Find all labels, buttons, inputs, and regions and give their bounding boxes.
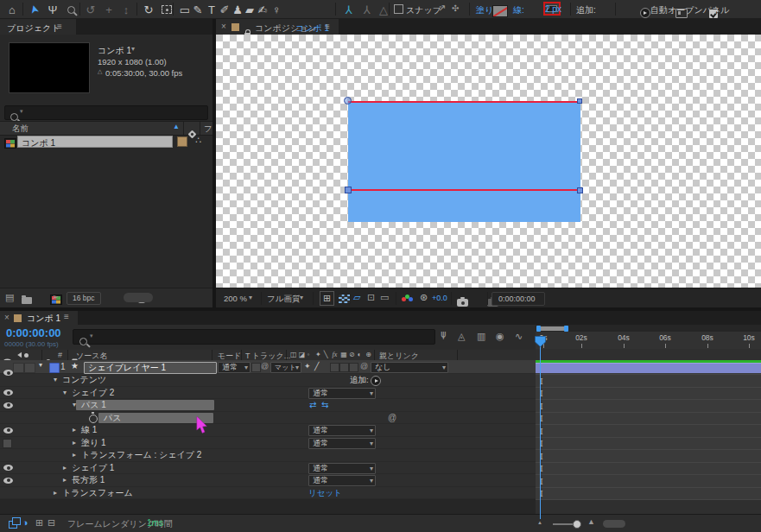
row-expand-arrow[interactable]: ▸ xyxy=(73,424,76,436)
row-expand-arrow[interactable]: ▸ xyxy=(54,487,57,499)
zoom-level-dropdown[interactable]: 200 % xyxy=(224,294,247,303)
timeline-row[interactable]: ▸トランスフォームリセット xyxy=(0,487,536,500)
row-mode-dropdown[interactable]: 通常▾ xyxy=(308,438,376,449)
snap-checkbox[interactable] xyxy=(394,4,403,14)
chevron-down-icon[interactable]: ▾ xyxy=(131,45,135,53)
dolly-camera-tool[interactable]: ↕ xyxy=(119,2,133,17)
timeline-h-scrollbar[interactable] xyxy=(603,520,625,528)
render-time-icon[interactable]: ⊟ xyxy=(48,517,55,529)
collapse-transformations-icon[interactable]: ✦ xyxy=(304,362,311,370)
vertex-handle-circle[interactable] xyxy=(344,97,352,104)
home-tool[interactable]: ⌂ xyxy=(5,2,19,17)
parent-pickwhip-icon[interactable]: @ xyxy=(360,362,368,370)
type-column-header[interactable]: フ xyxy=(204,124,212,135)
gizmo-position-tool[interactable]: ⅄ xyxy=(360,2,374,17)
name-column-header[interactable]: 名前 xyxy=(12,124,29,135)
search-options-caret[interactable]: ▾ xyxy=(90,332,93,339)
composition-tab[interactable]: × コンポジション コンポ 1 ≡ xyxy=(216,19,339,35)
time-navigator[interactable] xyxy=(536,325,761,332)
timeline-tab[interactable]: × コンポ 1 ≡ xyxy=(0,311,78,325)
layer-label-swatch[interactable] xyxy=(49,363,60,373)
item-label-swatch[interactable] xyxy=(177,136,187,147)
exposure-value[interactable]: +0.0 xyxy=(432,294,447,302)
row-video-toggle[interactable] xyxy=(3,465,13,471)
sort-ascending-icon[interactable]: ▲ xyxy=(173,123,180,130)
close-icon[interactable]: × xyxy=(221,22,226,31)
path-stroke-middle[interactable] xyxy=(348,189,580,191)
pen-tool[interactable]: ✎ xyxy=(191,2,205,17)
timeline-row[interactable]: ▸線 1通常▾ xyxy=(0,424,536,437)
add-property-label[interactable]: 追加: xyxy=(350,374,369,386)
path-stroke-top[interactable] xyxy=(348,101,580,103)
grid-options-icon[interactable]: ⊞ xyxy=(320,291,334,306)
rectangle-tool[interactable]: ▭ xyxy=(178,2,192,17)
new-folder-icon[interactable] xyxy=(22,297,32,304)
matte-pickwhip-icon[interactable]: @ xyxy=(261,362,269,370)
mini-flowchart-icon[interactable]: ⋔ xyxy=(439,329,447,341)
type-tool[interactable]: T xyxy=(205,2,219,17)
resolution-dropdown[interactable]: フル画質 xyxy=(267,294,300,305)
render-queue-icon[interactable]: ➢ xyxy=(52,292,59,301)
switch-cell[interactable] xyxy=(349,363,358,372)
project-item-row[interactable]: コンポ 1 ∴ xyxy=(0,135,212,148)
row-expand-arrow[interactable]: ▸ xyxy=(73,437,76,449)
viewer-timecode-box[interactable]: 0:00:00:00 xyxy=(491,292,545,306)
add-property-icon[interactable] xyxy=(371,376,381,386)
region-of-interest-icon[interactable]: ⊡ xyxy=(367,292,375,303)
stroke-label[interactable]: 線: xyxy=(513,4,524,16)
zoom-out-mountain-icon[interactable]: ▲ xyxy=(537,520,542,525)
track-matte-dropdown[interactable]: マット▾ xyxy=(270,362,301,373)
layer-solo-cell[interactable] xyxy=(24,363,35,373)
row-mode-dropdown[interactable]: 通常▾ xyxy=(308,475,376,486)
draft-3d-icon[interactable]: ◬ xyxy=(458,331,465,342)
fill-swatch[interactable] xyxy=(492,5,508,17)
row-expand-arrow[interactable]: ▸ xyxy=(63,462,67,474)
reset-link[interactable]: リセット xyxy=(308,487,342,499)
path-direction-icon[interactable]: ⇆ xyxy=(321,399,328,411)
row-video-toggle[interactable] xyxy=(3,428,13,434)
project-item-name-box[interactable]: コンポ 1 xyxy=(17,136,173,148)
stopwatch-icon[interactable] xyxy=(89,415,98,423)
gizmo-universal-tool[interactable]: ⅄ xyxy=(342,2,356,17)
guides-icon[interactable]: ▭ xyxy=(380,292,389,303)
timeline-row[interactable]: ▾コンテンツ追加: xyxy=(0,374,536,387)
chevron-down-icon[interactable]: ▾ xyxy=(249,294,252,301)
transfer-controls-toggle-icon[interactable]: ◑ xyxy=(22,517,29,528)
add-menu-icon[interactable] xyxy=(640,8,650,18)
layer-expand-arrow[interactable]: ▾ xyxy=(39,361,42,369)
motion-blur-icon[interactable]: ◉ xyxy=(496,331,504,342)
row-expand-arrow[interactable]: ▸ xyxy=(63,474,67,486)
puppet-pin-tool[interactable]: ♀ xyxy=(270,2,283,17)
interpret-footage-icon[interactable]: ▤ xyxy=(5,292,14,303)
snap-options-icon[interactable]: ✣ xyxy=(452,3,459,13)
timeline-search-input[interactable]: ▾ xyxy=(73,329,435,345)
in-out-panes-toggle-icon[interactable]: ⊞ xyxy=(35,517,43,529)
vertex-handle-square[interactable] xyxy=(577,187,583,193)
close-icon[interactable]: × xyxy=(4,313,10,322)
row-video-toggle[interactable] xyxy=(3,402,13,408)
timeline-row[interactable]: ▾パス 1⇄⇆ xyxy=(0,399,536,412)
playhead-line[interactable] xyxy=(540,337,542,519)
viewer-menu-icon[interactable]: ≡ xyxy=(325,22,330,31)
rotation-tool[interactable]: ↻ xyxy=(142,2,155,17)
timeline-zoom-knob[interactable] xyxy=(573,520,581,529)
property-pickwhip-icon[interactable]: @ xyxy=(388,412,396,424)
chevron-down-icon[interactable]: ▾ xyxy=(300,294,303,301)
composition-viewer[interactable] xyxy=(216,35,761,288)
brush-tool[interactable]: ✐ xyxy=(218,2,231,17)
parent-dropdown[interactable]: なし▾ xyxy=(371,362,448,373)
pan-behind-tool[interactable] xyxy=(160,2,174,17)
layer-name-box[interactable]: シェイプレイヤー 1 xyxy=(84,362,217,374)
row-collapse-arrow[interactable]: ▾ xyxy=(63,387,67,399)
row-video-toggle-off[interactable] xyxy=(3,439,12,448)
row-mode-dropdown[interactable]: 通常▾ xyxy=(308,425,376,436)
hand-tool[interactable]: Ψ xyxy=(46,2,60,17)
timeline-menu-icon[interactable]: ≡ xyxy=(64,312,69,321)
orbit-camera-tool[interactable]: ↺ xyxy=(84,2,98,17)
stroke-width-value[interactable]: 2 px xyxy=(545,4,561,14)
take-snapshot-icon[interactable] xyxy=(457,299,468,307)
timeline-row[interactable]: ▸塗り 1通常▾ xyxy=(0,437,536,450)
switch-cell[interactable] xyxy=(330,363,339,372)
vertex-handle-square[interactable] xyxy=(577,98,582,104)
search-options-caret[interactable]: ▾ xyxy=(20,108,23,115)
